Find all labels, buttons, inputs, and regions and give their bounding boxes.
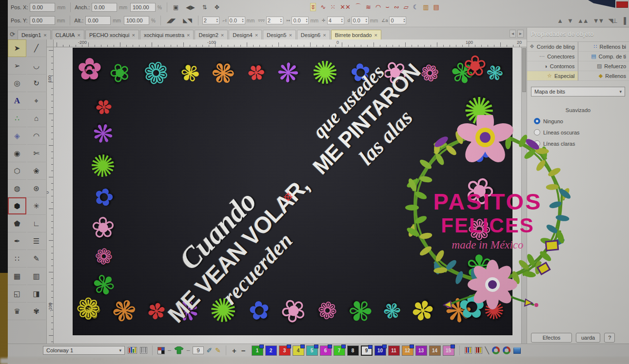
document-tab[interactable]: Design5× [263, 30, 296, 39]
document-tab[interactable]: Design6× [297, 30, 330, 39]
thread-color-chip[interactable]: 7 [334, 345, 345, 356]
cross-stitch-icon[interactable]: ✕✕ [340, 3, 351, 11]
pos-y-input[interactable]: 0.00 [30, 16, 55, 25]
repeat-count-input[interactable]: 2▴ ▾ [202, 17, 219, 24]
spin-arrows-icon[interactable]: ▴ ▾ [403, 18, 405, 23]
vertical-scrollbar[interactable] [521, 47, 527, 344]
mirror-merge-icon[interactable]: ✥ [213, 3, 221, 12]
tab-scroll-right-button[interactable]: ▸ [517, 30, 524, 38]
help-button[interactable]: ? [604, 333, 615, 343]
half-shape-tool[interactable]: ◨ [27, 285, 46, 303]
shape-overlap-tool[interactable]: ◱ [8, 285, 26, 303]
remove-color-button[interactable]: − [240, 346, 247, 355]
tab-close-icon[interactable]: × [132, 32, 135, 38]
arc-tool[interactable]: ◡ [27, 57, 46, 75]
applique-fill-icon[interactable]: ▤ [433, 3, 439, 11]
tab-contornos[interactable]: ◑ Contornos [527, 61, 578, 71]
tab-corrido-de-bling[interactable]: ❖ Corrido de bling [527, 42, 578, 52]
lettering-ascend-icon[interactable]: ▲▲ [577, 17, 588, 24]
radio-button-icon[interactable] [534, 129, 540, 135]
tab-rellenos-bling[interactable]: ∷ Rellenos bi [578, 42, 629, 52]
array-mirror-icon[interactable]: ◣◥ [181, 16, 194, 25]
tab-close-icon[interactable]: × [77, 32, 80, 38]
document-tab[interactable]: Birrete bordado× [331, 30, 381, 39]
colorway-dropdown[interactable]: Colorway 1 ▾ [43, 346, 125, 355]
thread-palette-icon[interactable] [128, 347, 137, 354]
radio-lineas-oscuras[interactable]: Líneas oscuras [534, 129, 629, 135]
thread-colors-icon[interactable] [465, 347, 472, 354]
baseline-icon[interactable]: ◥⊥ [608, 17, 616, 24]
reshape-tool[interactable]: ➢ [8, 57, 26, 75]
tab-close-icon[interactable]: × [187, 32, 190, 38]
arc-stitch-icon[interactable]: ⌒ [355, 2, 361, 11]
width-input[interactable]: 0.00 [92, 3, 117, 12]
distance-d-input[interactable]: 0.0▴ ▾ [352, 17, 369, 24]
thread-color-chip[interactable]: 14 [429, 345, 441, 356]
design-canvas-area[interactable]: -200-100010020 1000-100 ✿❀❁✾❃✽❋✺✿❀❁✾❃ ✾❃… [47, 39, 527, 344]
applique-tool[interactable]: ∴ [8, 110, 26, 127]
sequin-icon[interactable]: ▥ [423, 3, 429, 11]
dots-run-tool[interactable]: ∷ [8, 250, 26, 268]
night-mode-icon[interactable]: ☾ [413, 3, 419, 11]
dot-fill-icon[interactable]: ⁙ [330, 3, 335, 11]
document-tab[interactable]: Design4× [229, 30, 262, 39]
radio-lineas-claras[interactable]: Líneas claras [534, 140, 629, 147]
mirror-vertical-icon[interactable]: ⇅ [200, 3, 209, 12]
document-tab[interactable]: Design1× [18, 30, 51, 39]
document-tab[interactable]: CLAUIA× [52, 30, 84, 39]
crown-motif-tool[interactable]: ♛ [8, 303, 26, 320]
mirror-horizontal-icon[interactable]: ◀▶ [184, 3, 197, 12]
flower-motif-tool[interactable]: ❀ [27, 162, 46, 180]
minus-icon[interactable]: – [168, 347, 171, 354]
thread-color-chip[interactable]: 12 [402, 345, 413, 356]
radio-button-icon[interactable] [534, 118, 540, 124]
offset-count-input[interactable]: 4▴ ▾ [327, 17, 344, 24]
scrollbar-thumb[interactable] [522, 48, 526, 92]
pattern-fill-icon[interactable]: ▱ [404, 3, 409, 11]
radial-fill-tool[interactable]: ⊛ [27, 180, 46, 197]
thread-color-chip[interactable]: 10 [374, 345, 386, 356]
pencil-tool[interactable]: ✎ [27, 250, 46, 268]
curve-stitch-icon[interactable]: ⌣ [385, 3, 390, 11]
radio-ninguno[interactable]: Ninguno [534, 118, 629, 124]
tab-close-icon[interactable]: × [289, 32, 292, 38]
curve-ribbon-tool[interactable]: ◠ [27, 127, 46, 145]
tab-especial[interactable]: ☆ Especial [527, 71, 578, 81]
thread-color-chip[interactable]: 4 [293, 345, 304, 356]
embroidery-design[interactable]: ✿❀❁✾❃✽❋✺✿❀❁✾❃ ✾❃✽❋✺✿❀❁✾❃✽❋✺ ✽❋✺✿❀❁✾ ✺✿❀❁… [73, 48, 512, 335]
minus-icon[interactable]: – [187, 347, 190, 354]
save-button[interactable]: uarda [576, 333, 600, 343]
height-input[interactable]: 0.00 [85, 16, 111, 25]
tab-close-icon[interactable]: × [374, 32, 377, 38]
tab-conectores[interactable]: ⋯ Conectores [527, 52, 578, 61]
spin-arrows-icon[interactable]: ▴ ▾ [216, 18, 218, 23]
spin-arrows-icon[interactable]: ▴ ▾ [366, 18, 367, 23]
target-ring-tool[interactable]: ◉ [8, 145, 26, 162]
add-color-button[interactable]: + [231, 346, 237, 355]
lettering-up-icon[interactable]: ▲ [557, 17, 562, 24]
tab-close-icon[interactable]: × [43, 32, 46, 38]
stitch-lines-tool[interactable]: ☰ [27, 232, 46, 250]
thread-color-chip[interactable]: 5 [306, 345, 318, 356]
lettering-descend-icon[interactable]: ▼▼ [593, 17, 604, 24]
fill-pen-icon[interactable]: ✎ [215, 346, 221, 354]
tab-comp-de-tijeras[interactable]: ▤ Comp. de ti [578, 52, 629, 61]
thread-color-chip[interactable]: 2 [265, 345, 277, 356]
colorway-cycle-icon[interactable] [492, 346, 500, 354]
stitch-length-input[interactable]: 0.0▴ ▾ [292, 17, 309, 24]
color-wheel-icon[interactable] [503, 346, 511, 354]
spin-arrows-icon[interactable]: ▴ ▾ [306, 18, 307, 23]
scale-y-input[interactable]: 100.00 [124, 16, 149, 25]
tab-scroll-left-button[interactable]: ◂ [510, 30, 516, 38]
angle-node-tool[interactable]: ∟ [27, 215, 46, 232]
thread-chart-icon[interactable] [140, 347, 147, 354]
thread-color-chip[interactable]: 9 [361, 345, 373, 356]
document-tab[interactable]: xochiqui muestra× [140, 30, 194, 39]
thread-color-chip[interactable]: 11 [388, 345, 400, 356]
select-tool[interactable]: ➤ [8, 39, 26, 57]
pos-x-input[interactable]: 0.00 [30, 3, 55, 12]
thread-color-chip[interactable]: 15 [443, 345, 454, 356]
ripple-fill-icon[interactable]: ≋ [366, 3, 371, 11]
thread-color-chip[interactable]: 8 [347, 345, 359, 356]
tab-close-icon[interactable]: × [255, 32, 258, 38]
